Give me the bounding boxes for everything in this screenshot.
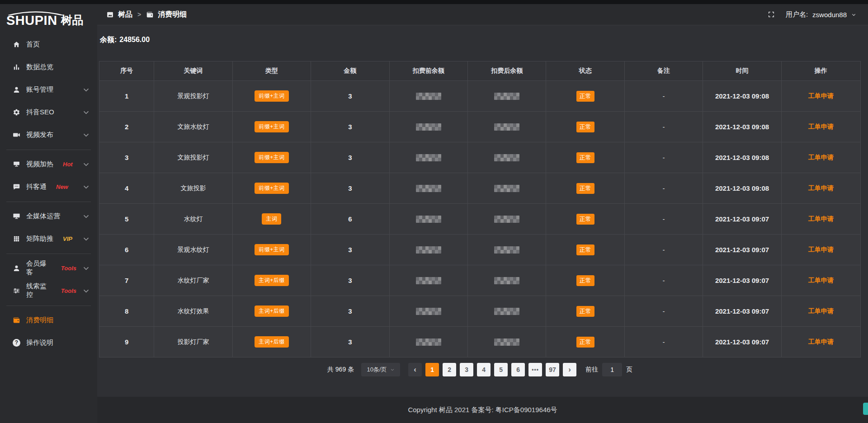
copyright-text: Copyright 树品 2021 备案号: 粤ICP备09019646号 (408, 406, 557, 414)
type-badge: 主词+后缀 (255, 306, 289, 317)
sidebar-item-consumption-detail[interactable]: 消费明细 (0, 309, 97, 331)
sidebar-item-account-management[interactable]: 账号管理 (0, 78, 97, 101)
amount-cell: 3 (311, 173, 389, 204)
member-icon (13, 264, 20, 272)
type-badge: 前缀+主词 (255, 183, 289, 194)
sidebar-item-tag: New (56, 183, 68, 190)
row-index-cell: 2 (99, 112, 154, 142)
ticket-request-link[interactable]: 工单申请 (808, 123, 834, 130)
type-badge: 前缀+主词 (255, 90, 289, 102)
post-balance-redacted (494, 154, 519, 161)
sidebar-item-label: 视频发布 (26, 131, 53, 139)
page-button-5[interactable]: 5 (494, 363, 508, 376)
column-header: 状态 (546, 61, 624, 81)
page-size-select[interactable]: 10条/页 (361, 363, 400, 376)
table-header-row: 序号关键词类型金额扣费前余额扣费后余额状态备注时间操作 (99, 61, 861, 81)
amount-cell: 3 (311, 142, 389, 173)
wallet-icon (13, 316, 20, 324)
page-button-1[interactable]: 1 (425, 363, 439, 376)
sidebar-item-all-media-operation[interactable]: 全媒体运营 (0, 205, 97, 227)
remark-cell: - (624, 112, 703, 142)
sidebar-item-matrix-boost[interactable]: 矩阵助推VIP (0, 227, 97, 250)
post-balance-redacted (494, 338, 519, 346)
sidebar-item-data-overview[interactable]: 数据总览 (0, 56, 97, 78)
sidebar-item-label: 抖音SEO (26, 108, 54, 117)
sidebar-item-tag: VIP (63, 235, 72, 242)
sidebar-item-label: 会员爆客 (26, 259, 52, 277)
pagination: 共 969 条10条/页‹123456•••97›前往页 (99, 363, 861, 376)
prev-page-button[interactable]: ‹ (408, 363, 422, 376)
breadcrumb-root[interactable]: 树品 (118, 10, 132, 19)
time-cell: 2021-12-03 09:07 (703, 204, 781, 235)
table-row: 2文旅水纹灯前缀+主词3正常-2021-12-03 09:08工单申请 (99, 112, 861, 142)
ticket-request-link[interactable]: 工单申请 (808, 184, 834, 192)
ticket-request-link[interactable]: 工单申请 (808, 246, 834, 253)
sidebar-item-douketong[interactable]: 抖客通New (0, 175, 97, 198)
sidebar-item-member-leads[interactable]: 会员爆客Tools (0, 257, 97, 279)
sidebar-item-tag: Tools (61, 287, 76, 294)
status-badge: 正常 (576, 244, 594, 255)
page-button-97[interactable]: 97 (546, 363, 559, 376)
chevron-down-icon[interactable] (851, 12, 856, 17)
amount-cell: 3 (311, 112, 389, 142)
sidebar-item-instructions[interactable]: ?操作说明 (0, 331, 97, 354)
ticket-request-link[interactable]: 工单申请 (808, 338, 834, 345)
status-badge: 正常 (576, 152, 594, 163)
sidebar-item-video-publish[interactable]: 视频发布 (0, 123, 97, 146)
ticket-request-link[interactable]: 工单申请 (808, 215, 834, 222)
chevron-down-icon (82, 183, 90, 191)
status-badge: 正常 (576, 91, 594, 102)
next-page-button[interactable]: › (563, 363, 576, 376)
post-balance-redacted (494, 185, 519, 192)
breadcrumb-separator: > (137, 11, 141, 18)
chat-widget-tab[interactable] (863, 403, 868, 415)
table-row: 8水纹灯效果主词+后缀3正常-2021-12-03 09:07工单申请 (99, 296, 861, 327)
pre-balance-redacted (416, 338, 441, 346)
type-badge: 前缀+主词 (255, 244, 289, 255)
menu-divider (6, 306, 91, 306)
page-button-2[interactable]: 2 (443, 363, 456, 376)
fullscreen-icon[interactable] (768, 11, 775, 18)
sidebar-item-douyin-seo[interactable]: 抖音SEO (0, 101, 97, 123)
page-button-4[interactable]: 4 (477, 363, 491, 376)
status-badge: 正常 (576, 122, 594, 132)
page-button-3[interactable]: 3 (460, 363, 473, 376)
sidebar-item-label: 抖客通 (26, 183, 47, 191)
sidebar-item-tag: Tools (61, 265, 76, 272)
video-camera-icon (13, 131, 20, 139)
menu-divider (6, 254, 91, 254)
username-value[interactable]: zswodun88 (812, 11, 847, 19)
more-pages-button[interactable]: ••• (528, 363, 542, 376)
balance-display: 余额:24856.00 (100, 35, 861, 45)
page-button-6[interactable]: 6 (511, 363, 525, 376)
amount-cell: 6 (311, 204, 389, 235)
sidebar-item-video-heat[interactable]: 视频加热Hot (0, 153, 97, 175)
column-header: 扣费前余额 (389, 61, 467, 81)
table-body: 1景观投影灯前缀+主词3正常-2021-12-03 09:08工单申请2文旅水纹… (99, 81, 861, 357)
pre-balance-redacted (416, 123, 441, 131)
chevron-down-icon (82, 86, 90, 94)
post-balance-redacted (494, 123, 519, 131)
sidebar-item-label: 操作说明 (26, 338, 53, 347)
time-cell: 2021-12-03 09:07 (703, 327, 781, 357)
row-index-cell: 6 (99, 235, 154, 265)
sidebar-item-lead-monitor[interactable]: 线索监控Tools (0, 279, 97, 302)
keyword-cell: 景观水纹灯 (154, 235, 232, 265)
ticket-request-link[interactable]: 工单申请 (808, 277, 834, 284)
ticket-request-link[interactable]: 工单申请 (808, 307, 834, 315)
menu-divider (6, 202, 91, 202)
ticket-request-link[interactable]: 工单申请 (808, 92, 834, 99)
goto-suffix-label: 页 (626, 366, 632, 374)
ticket-request-link[interactable]: 工单申请 (808, 154, 834, 161)
chat-icon (13, 183, 20, 191)
chevron-down-icon (82, 264, 90, 272)
goto-page-input[interactable] (602, 363, 622, 376)
amount-cell: 3 (311, 296, 389, 327)
user-area: 用户名: zswodun88 (768, 10, 856, 19)
keyword-cell: 水纹灯 (154, 204, 232, 235)
time-cell: 2021-12-03 09:08 (703, 142, 781, 173)
time-cell: 2021-12-03 09:07 (703, 296, 781, 327)
sidebar-item-home[interactable]: 首页 (0, 33, 97, 56)
keyword-cell: 文旅投影灯 (154, 142, 232, 173)
keyword-cell: 文旅投影 (154, 173, 232, 204)
